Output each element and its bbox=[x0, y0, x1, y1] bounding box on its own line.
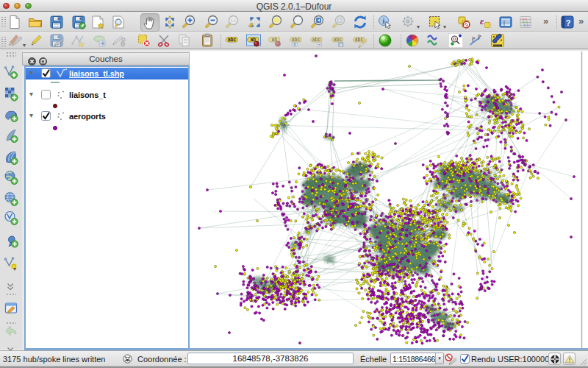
svg-text:abc: abc bbox=[228, 37, 236, 42]
svg-text:abc: abc bbox=[355, 37, 363, 42]
svg-text:ε: ε bbox=[480, 15, 484, 26]
svg-text:abc: abc bbox=[312, 37, 320, 42]
svg-text:i: i bbox=[383, 17, 385, 25]
svg-text:1:1: 1:1 bbox=[231, 18, 237, 23]
svg-text:abc: abc bbox=[292, 37, 300, 42]
svg-text:abc: abc bbox=[334, 37, 342, 42]
svg-text:?: ? bbox=[566, 18, 571, 27]
